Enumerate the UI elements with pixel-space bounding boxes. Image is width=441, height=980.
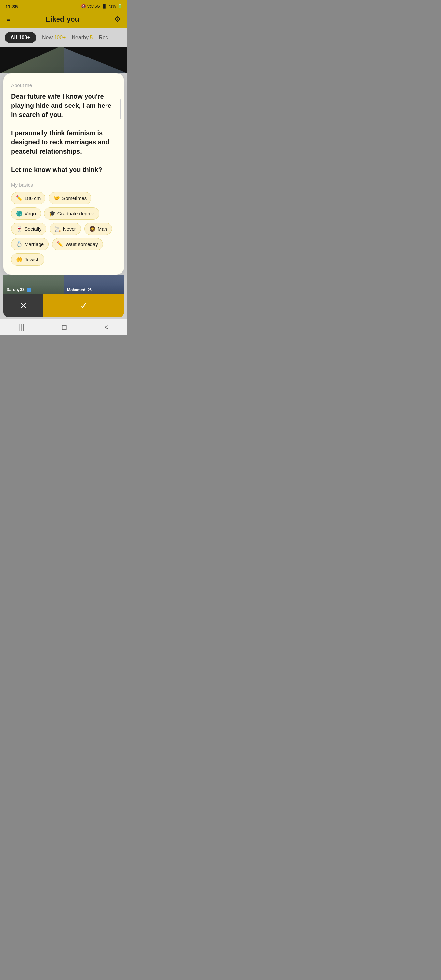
tab-rec[interactable]: Rec	[99, 35, 108, 40]
education-icon: 🎓	[49, 210, 56, 216]
status-bar: 11:35 🔇 Voy 5G ▐▌ 71% 🔋	[0, 0, 127, 12]
gender-icon: 🧔	[89, 226, 96, 232]
basics-label: My basics	[11, 182, 116, 188]
status-time: 11:35	[5, 3, 18, 9]
intent-icon: 💍	[16, 241, 22, 247]
menu-icon[interactable]: ≡	[6, 15, 11, 24]
tab-all[interactable]: All 100+	[5, 32, 36, 43]
carrier-text: Voy 5G	[87, 4, 100, 8]
bottom-photo-right: Mohamed, 26	[64, 275, 124, 294]
tag-height: ✏️ 186 cm	[11, 192, 45, 204]
tab-new[interactable]: New 100+	[42, 35, 66, 40]
filter-icon[interactable]: ⚙	[114, 15, 121, 24]
mute-icon: 🔇	[81, 4, 86, 8]
tag-zodiac: ♏ Virgo	[11, 207, 41, 220]
zodiac-icon: ♏	[16, 210, 22, 216]
kids-icon: ✏️	[57, 241, 64, 247]
socially-icon: 🍷	[16, 226, 22, 232]
about-text: Dear future wife I know you're playing h…	[11, 92, 116, 174]
tag-kids: ✏️ Want someday	[52, 238, 103, 250]
basics-tags: ✏️ 186 cm 🤝 Sometimes ♏ Virgo 🎓 Graduate…	[11, 192, 116, 266]
header: ≡ Liked you ⚙	[0, 12, 127, 28]
verified-badge-left	[27, 288, 31, 293]
scroll-indicator	[119, 99, 121, 119]
nav-recents-icon[interactable]: |||	[19, 323, 24, 332]
tag-intent: 💍 Marriage	[11, 238, 49, 250]
profile-name-right: Mohamed, 26	[67, 288, 92, 293]
smoking-icon: 🚬	[54, 226, 61, 232]
photo-strip	[0, 47, 127, 73]
about-label: About me	[11, 82, 116, 88]
photo-right	[64, 47, 127, 73]
tag-socially: 🍷 Socially	[11, 223, 46, 235]
signal-icon: ▐▌	[101, 4, 107, 8]
nav-back-icon[interactable]: <	[104, 323, 108, 332]
accept-icon: ✓	[80, 301, 88, 311]
bottom-photo-left: Daron, 33	[3, 275, 64, 294]
reject-button[interactable]: ✕	[3, 294, 43, 317]
height-icon: ✏️	[16, 195, 22, 201]
nav-home-icon[interactable]: □	[62, 323, 67, 332]
bottom-photo-strip: Daron, 33 Mohamed, 26	[3, 275, 124, 294]
page-title: Liked you	[46, 15, 80, 24]
reject-icon: ✕	[20, 301, 27, 311]
battery-text: 71%	[108, 4, 116, 8]
tag-drinking: 🤝 Sometimes	[49, 192, 91, 204]
profile-name-left: Daron, 33	[6, 288, 31, 293]
tag-smoking: 🚬 Never	[49, 223, 81, 235]
accept-button[interactable]: ✓	[43, 294, 124, 317]
battery-icon: 🔋	[117, 4, 122, 8]
tag-religion: 🤲 Jewish	[11, 253, 45, 266]
tab-nearby[interactable]: Nearby 5	[72, 35, 93, 40]
action-bar: ✕ ✓	[3, 294, 124, 317]
profile-card: About me Dear future wife I know you're …	[3, 73, 124, 275]
photo-left	[0, 47, 64, 73]
tag-education: 🎓 Graduate degree	[44, 207, 99, 220]
drinking-icon: 🤝	[54, 195, 60, 201]
status-icons: 🔇 Voy 5G ▐▌ 71% 🔋	[81, 4, 122, 8]
nav-bar: ||| □ <	[0, 318, 127, 335]
religion-icon: 🤲	[16, 256, 22, 262]
tag-gender: 🧔 Man	[84, 223, 112, 235]
filter-tabs: All 100+ New 100+ Nearby 5 Rec	[0, 28, 127, 47]
